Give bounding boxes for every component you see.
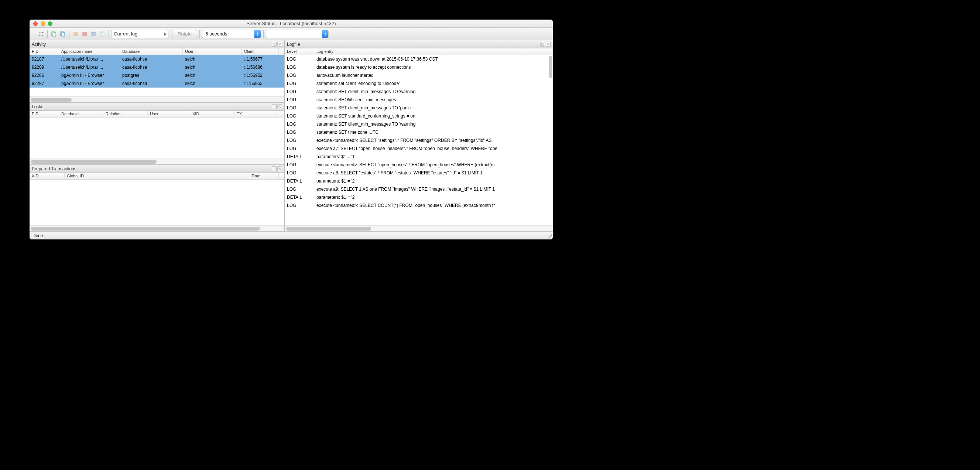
column-header[interactable]: Log entry: [314, 48, 553, 55]
column-header[interactable]: PID: [30, 111, 59, 117]
log-selector[interactable]: Current log ▴▾: [111, 30, 169, 38]
column-header[interactable]: Level: [285, 48, 314, 55]
rollback-icon[interactable]: [98, 30, 107, 38]
cell: 92287: [30, 80, 59, 87]
column-header[interactable]: Application name: [59, 48, 120, 55]
table-row[interactable]: 92287pgAdmin III - Browsercasa-ficohsase…: [30, 80, 284, 88]
log-level: DETAIL: [285, 178, 314, 184]
close-pane-icon[interactable]: ✕: [277, 166, 282, 171]
locks-columns[interactable]: PIDDatabaseRelationUserXIDTX: [30, 111, 284, 118]
log-row[interactable]: LOGstatement: SET standard_conforming_st…: [285, 112, 553, 120]
log-row[interactable]: DETAILparameters: $1 = '1': [285, 153, 553, 161]
log-row[interactable]: LOGdatabase system was shut down at 2015…: [285, 55, 553, 63]
prepared-scrollbar[interactable]: [30, 225, 284, 231]
log-level: LOG: [285, 202, 314, 209]
table-row[interactable]: 92187/Users/seich/Librar ...casa-ficohsa…: [30, 55, 284, 63]
maximize-pane-icon[interactable]: ▢: [272, 104, 277, 109]
log-row[interactable]: DETAILparameters: $1 = '2': [285, 193, 553, 201]
copy-query-icon[interactable]: [59, 30, 67, 38]
logfile-rows[interactable]: LOGdatabase system was shut down at 2015…: [285, 55, 553, 225]
prepared-header[interactable]: Prepared Transactions ▢ ✕: [30, 165, 284, 173]
toolbar-grip[interactable]: [32, 30, 35, 38]
log-level: LOG: [285, 145, 314, 152]
log-row[interactable]: LOGstatement: SET client_min_messages TO…: [285, 88, 553, 96]
column-header[interactable]: Database: [120, 48, 183, 55]
minimize-icon[interactable]: [41, 21, 45, 26]
resize-grip-icon[interactable]: [547, 234, 552, 238]
cell: seich: [183, 72, 242, 79]
log-row[interactable]: LOGstatement: set client_encoding to 'un…: [285, 80, 553, 88]
cell: ::1:56677: [242, 56, 279, 62]
maximize-pane-icon[interactable]: ▢: [272, 166, 277, 171]
activity-rows[interactable]: 92187/Users/seich/Librar ...casa-ficohsa…: [30, 55, 284, 96]
table-row[interactable]: 92286pgAdmin III - Browserpostgresseich:…: [30, 71, 284, 80]
close-pane-icon[interactable]: ✕: [546, 42, 550, 46]
column-header[interactable]: Global ID: [65, 173, 249, 179]
column-header[interactable]: Database: [59, 111, 103, 117]
column-header[interactable]: Relation: [103, 111, 148, 117]
activity-scrollbar[interactable]: [30, 96, 284, 102]
log-level: DETAIL: [285, 153, 314, 160]
prepared-table: XIDGlobal IDTime: [30, 173, 284, 231]
commit-icon[interactable]: [89, 30, 97, 38]
maximize-icon[interactable]: [48, 21, 52, 26]
cancel-query-icon[interactable]: [72, 30, 80, 38]
locks-header[interactable]: Locks ▢ ✕: [30, 103, 284, 111]
column-header[interactable]: User: [183, 48, 242, 55]
column-header[interactable]: Client: [242, 48, 279, 55]
titlebar[interactable]: Server Status - Localhost (localhost:543…: [30, 19, 553, 28]
column-header[interactable]: XID: [30, 173, 65, 179]
maximize-pane-icon[interactable]: ▢: [540, 42, 545, 46]
log-row[interactable]: LOGdatabase system is ready to accept co…: [285, 63, 553, 71]
chevron-updown-icon: ▴▾: [164, 32, 166, 36]
log-entry: execute a7: SELECT "open_house_headers".…: [314, 145, 553, 152]
log-level: LOG: [285, 161, 314, 168]
column-header[interactable]: User: [148, 111, 190, 117]
log-row[interactable]: LOGexecute <unnamed>: SELECT COUNT(*) FR…: [285, 201, 553, 210]
prepared-title: Prepared Transactions: [32, 166, 76, 172]
table-row[interactable]: 92209/Users/seich/Librar ...casa-ficohsa…: [30, 63, 284, 71]
locks-scrollbar[interactable]: [30, 159, 284, 164]
log-entry: execute a8: SELECT "estates".* FROM "est…: [314, 170, 553, 176]
log-row[interactable]: LOGstatement: SET time zone 'UTC': [285, 128, 553, 136]
logfile-hscroll[interactable]: [285, 225, 553, 231]
maximize-pane-icon[interactable]: ▢: [272, 42, 277, 46]
refresh-icon[interactable]: [37, 30, 45, 38]
locks-table: PIDDatabaseRelationUserXIDTX: [30, 111, 284, 164]
log-row[interactable]: DETAILparameters: $1 = '2': [285, 177, 553, 185]
log-row[interactable]: LOGstatement: SET client_min_messages TO…: [285, 104, 553, 112]
logfile-columns[interactable]: Level Log entry: [285, 48, 553, 55]
log-row[interactable]: LOGexecute a9: SELECT 1 AS one FROM "ima…: [285, 185, 553, 193]
activity-header[interactable]: Activity ▢ ✕: [30, 40, 284, 48]
prepared-rows[interactable]: [30, 180, 284, 225]
separator: [263, 30, 264, 38]
log-row[interactable]: LOGexecute a7: SELECT "open_house_header…: [285, 145, 553, 153]
refresh-interval-selector[interactable]: 5 seconds: [202, 30, 261, 38]
column-header[interactable]: XID: [190, 111, 234, 117]
terminate-icon[interactable]: [81, 30, 89, 38]
log-row[interactable]: LOGstatement: SHOW client_min_messages: [285, 96, 553, 104]
close-pane-icon[interactable]: ✕: [277, 104, 282, 109]
close-pane-icon[interactable]: ✕: [277, 42, 282, 46]
log-row[interactable]: LOGstatement: SET client_min_messages TO…: [285, 120, 553, 128]
log-row[interactable]: LOGexecute <unnamed>: SELECT "settings".…: [285, 136, 553, 145]
rotate-button[interactable]: Rotate: [172, 30, 197, 38]
logfile-header[interactable]: Logfile ▢ ✕: [285, 40, 553, 48]
cell: seich: [183, 80, 242, 87]
logfile-vscroll[interactable]: [549, 56, 552, 78]
copy-icon[interactable]: [50, 30, 58, 38]
locks-rows[interactable]: [30, 118, 284, 159]
column-header[interactable]: TX: [234, 111, 277, 117]
log-row[interactable]: LOGexecute <unnamed>: SELECT "open_house…: [285, 161, 553, 169]
log-row[interactable]: LOGautovacuum launcher started: [285, 71, 553, 80]
svg-rect-1: [53, 32, 56, 36]
close-icon[interactable]: [33, 21, 38, 26]
filter-selector[interactable]: [266, 30, 329, 38]
svg-rect-7: [91, 32, 95, 33]
activity-columns[interactable]: PIDApplication nameDatabaseUserClient: [30, 48, 284, 55]
chevron-updown-icon: [321, 30, 328, 38]
column-header[interactable]: Time: [249, 173, 279, 179]
prepared-columns[interactable]: XIDGlobal IDTime: [30, 173, 284, 180]
column-header[interactable]: PID: [30, 48, 59, 55]
log-row[interactable]: LOGexecute a8: SELECT "estates".* FROM "…: [285, 169, 553, 177]
